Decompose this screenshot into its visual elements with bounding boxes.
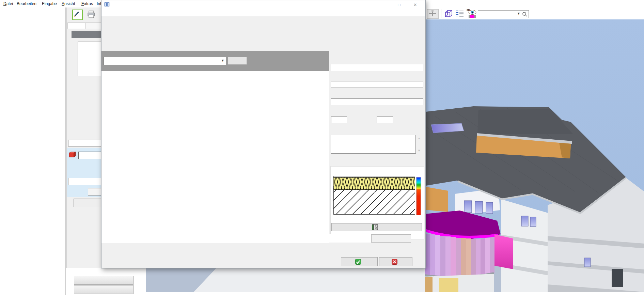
menu-ansicht[interactable]: Ansicht [62,0,75,7]
results-button[interactable] [74,276,133,285]
scroll-up-icon[interactable]: ▲ [418,137,421,140]
component-category-toolbar [101,16,425,51]
x-icon [392,259,397,265]
tab-aufbau[interactable] [329,234,371,243]
pencil-icon [73,10,81,18]
menu-eingabe[interactable]: Eingabe [42,0,57,7]
junction-tool-button[interactable] [427,9,439,19]
temperature-gradient-bar [416,177,421,215]
cad-panel [66,7,102,268]
pipe-junction-icon [427,10,438,18]
wireframe-box-icon [444,10,454,18]
apply-button[interactable] [341,257,378,266]
layer-cross-section [333,176,415,215]
component-table [101,71,329,243]
selected-element-field[interactable] [78,152,102,159]
bauteil-katalog-dialog: ─ □ ✕ ▼ ▲ ▼ [101,0,426,268]
uwert-input[interactable] [331,117,347,123]
type-value-field [331,64,423,71]
search-strip: ▼ [101,51,329,71]
tab-grafik-foto[interactable] [371,234,411,243]
draw-tool-button[interactable] [72,10,83,20]
dicke-input[interactable] [377,117,393,123]
selection-panel [67,148,102,197]
menu-bearbeiten[interactable]: Bearbeiten [17,0,36,7]
3d-view-button[interactable] [444,10,454,19]
layers-icon [372,224,379,230]
maximize-button[interactable]: □ [395,2,403,7]
component-groups-button[interactable] [74,285,133,294]
roof-element-icon [68,152,77,159]
3d-visibility-button[interactable]: 3D [466,8,477,19]
code-input[interactable] [331,98,423,105]
levels-list-button[interactable] [455,10,465,19]
view-combo[interactable]: ▼ [478,10,529,18]
check-icon [355,259,361,265]
search-icon [522,12,527,17]
zones-combo[interactable] [68,140,102,146]
search-combo[interactable]: ▼ [104,57,226,65]
component-combo[interactable] [68,178,102,185]
tab-dach[interactable] [86,22,101,29]
layer-structure-button[interactable] [331,223,422,231]
minimize-button[interactable]: ─ [379,2,387,7]
level-list [78,42,102,76]
info-panel: ▲ ▼ [329,51,425,243]
search-button[interactable] [228,57,247,65]
menu-datei[interactable]: Datei [3,0,13,7]
sidebar-divider [65,7,66,295]
dialog-toolbar [101,243,425,257]
application-window: DateiBearbeitenEingabeAnsichtExtrasInh [0,0,644,295]
name-input[interactable] [331,81,423,88]
chevron-down-icon: ▼ [517,12,520,15]
dialog-tabs [101,9,425,17]
uwert-field[interactable] [88,188,102,196]
dialog-titlebar[interactable]: ─ □ ✕ [101,0,425,9]
3d-eye-icon: 3D [466,8,477,18]
cancel-button[interactable] [379,257,412,266]
close-button[interactable]: ✕ [411,2,419,7]
scroll-down-icon[interactable]: ▼ [418,149,421,152]
catalog-book-icon [104,2,110,7]
menu-extras[interactable]: Extras [81,0,93,7]
dialog-actions [101,257,425,268]
levels-icon [455,10,465,18]
chevron-down-icon: ▼ [221,59,224,62]
print-tool-button[interactable] [87,10,96,19]
tab-grundriss[interactable] [67,22,86,29]
desc-textarea[interactable] [331,135,416,154]
building-areas-button[interactable] [74,199,102,207]
printer-icon [87,10,96,18]
visibility-header [72,31,102,38]
